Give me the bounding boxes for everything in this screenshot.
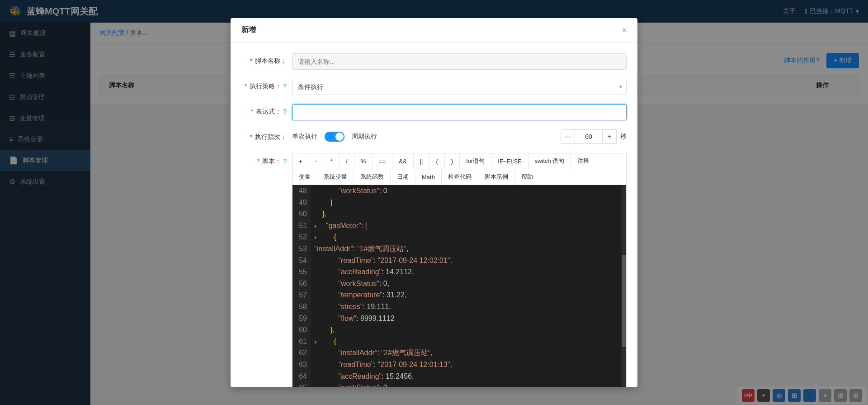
line-number: 64 xyxy=(292,371,311,382)
expr-label: * 表达式： ? xyxy=(241,104,287,116)
line-number: 63 xyxy=(292,359,311,371)
toolbar-ifelse-btn[interactable]: IF~ELSE xyxy=(491,153,528,169)
code-scrollbar[interactable] xyxy=(622,185,626,387)
line-content: ▾ { xyxy=(311,336,626,348)
script-help-icon[interactable]: ? xyxy=(283,157,287,165)
toolbar-eq-btn[interactable]: == xyxy=(373,153,392,169)
once-label: 单次执行 xyxy=(292,133,317,141)
line-number: 61 xyxy=(292,336,311,348)
line-number: 51 xyxy=(292,220,311,232)
line-number: 53 xyxy=(292,243,311,255)
freq-row: 单次执行 周期执行 — + 秒 xyxy=(292,129,627,144)
toolbar-plus-btn[interactable]: + xyxy=(292,153,309,169)
line-content: "accReading": 14.2112, xyxy=(311,266,626,278)
freq-decrement-button[interactable]: — xyxy=(561,129,575,144)
line-content: "readTime": "2017-09-24 12:02:01", xyxy=(311,255,626,267)
freq-toggle[interactable] xyxy=(325,132,344,142)
toolbar-lparen-btn[interactable]: ( xyxy=(429,153,444,169)
toolbar-math-btn[interactable]: Math xyxy=(415,169,442,185)
line-number: 54 xyxy=(292,255,311,267)
script-editor-wrapper: + - * / % == && || ( ) for语句 IF~ELSE xyxy=(292,153,627,387)
freq-increment-button[interactable]: + xyxy=(602,129,617,144)
line-content: "workStatus": 0, xyxy=(311,278,626,290)
toolbar-or-btn[interactable]: || xyxy=(414,153,430,169)
modal-close-button[interactable]: × xyxy=(622,26,627,34)
line-content: } xyxy=(311,197,626,209)
line-content: ▾ { xyxy=(311,231,626,243)
required-star: * xyxy=(250,133,252,140)
line-number: 62 xyxy=(292,347,311,359)
line-number: 57 xyxy=(292,289,311,301)
line-content: "temperature": 31.22, xyxy=(311,289,626,301)
strategy-help-icon[interactable]: ? xyxy=(283,82,287,90)
line-content: "stress": 19.111, xyxy=(311,301,626,313)
line-number: 59 xyxy=(292,313,311,324)
required-star: * xyxy=(245,82,247,90)
form-row-strategy: * 执行策略： ? 条件执行 单次执行 周期执行 ▾ xyxy=(241,79,627,95)
expression-input[interactable] xyxy=(292,104,627,120)
code-line: 48 "workStatus": 0 xyxy=(292,185,626,197)
scrollbar-thumb xyxy=(622,255,626,348)
line-content: "installAddr": "2#燃气调压站", xyxy=(311,347,626,359)
form-row-expr: * 表达式： ? xyxy=(241,104,627,120)
toolbar-multiply-btn[interactable]: * xyxy=(324,153,340,169)
line-content: "workStatus": 0 xyxy=(311,185,626,197)
toolbar-row-1: + - * / % == && || ( ) for语句 IF~ELSE xyxy=(292,153,626,169)
code-line: 61 ▾ { xyxy=(292,336,626,348)
code-line: 60 }, xyxy=(292,324,626,336)
toggle-knob xyxy=(335,133,344,141)
name-field-wrapper xyxy=(292,53,627,70)
toolbar-checkcode-btn[interactable]: 检查代码 xyxy=(442,169,478,185)
strategy-select[interactable]: 条件执行 单次执行 周期执行 xyxy=(292,79,627,95)
line-number: 49 xyxy=(292,197,311,209)
toolbar-variable-btn[interactable]: 变量 xyxy=(292,169,317,185)
required-star: * xyxy=(251,108,253,115)
freq-unit: 秒 xyxy=(620,133,627,141)
form-row-freq: * 执行频次： 单次执行 周期执行 — + 秒 xyxy=(241,129,627,144)
modal-body: * 脚本名称： * 执行策略： ? 条件执行 单次执行 xyxy=(231,43,637,387)
toolbar-rparen-btn[interactable]: ) xyxy=(445,153,460,169)
toolbar-divide-btn[interactable]: / xyxy=(340,153,354,169)
code-line: 57 "temperature": 31.22, xyxy=(292,289,626,301)
code-line: 62 "installAddr": "2#燃气调压站", xyxy=(292,347,626,359)
name-label: * 脚本名称： xyxy=(241,53,287,65)
expr-help-icon[interactable]: ? xyxy=(283,108,287,115)
line-content: "readTime": "2017-09-24 12:01:13", xyxy=(311,359,626,371)
modal: 新增 × * 脚本名称： * 执行策略： ? xyxy=(231,18,637,387)
line-number: 48 xyxy=(292,185,311,197)
toolbar-and-btn[interactable]: && xyxy=(392,153,413,169)
script-name-input[interactable] xyxy=(292,53,627,70)
toolbar-sysfunc-btn[interactable]: 系统函数 xyxy=(354,169,391,185)
freq-label: * 执行频次： xyxy=(241,129,287,141)
toolbar-modulo-btn[interactable]: % xyxy=(354,153,373,169)
line-content: }, xyxy=(311,324,626,336)
required-star: * xyxy=(250,57,252,64)
code-line: 53 "installAddr": "1#燃气调压站", xyxy=(292,243,626,255)
toolbar-for-btn[interactable]: for语句 xyxy=(460,153,491,169)
line-number: 50 xyxy=(292,208,311,220)
toolbar-row-2: 变量 系统变量 系统函数 日期 Math 检查代码 脚本示例 帮助 xyxy=(292,169,626,185)
code-line: 52 ▾ { xyxy=(292,231,626,243)
line-content: ▾ "gasMeter": [ xyxy=(311,220,626,232)
toolbar-comment-btn[interactable]: 注释 xyxy=(571,153,595,169)
freq-value-input[interactable] xyxy=(575,129,602,144)
periodic-label: 周期执行 xyxy=(352,133,377,141)
code-line: 56 "workStatus": 0, xyxy=(292,278,626,290)
strategy-label: * 执行策略： ? xyxy=(241,79,287,91)
toolbar-sysvar-btn[interactable]: 系统变量 xyxy=(317,169,354,185)
toolbar-date-btn[interactable]: 日期 xyxy=(391,169,415,185)
line-number: 65 xyxy=(292,382,311,387)
code-editor[interactable]: 48 "workStatus": 0 49 } 50 }, xyxy=(292,185,627,387)
toolbar-help-btn[interactable]: 帮助 xyxy=(515,169,539,185)
line-content: "flow": 8999.1112 xyxy=(311,313,626,324)
required-star: * xyxy=(257,157,259,165)
code-line: 63 "readTime": "2017-09-24 12:01:13", xyxy=(292,359,626,371)
code-line: 65 "workStatus": 0, xyxy=(292,382,626,387)
toolbar-scriptexample-btn[interactable]: 脚本示例 xyxy=(478,169,515,185)
freq-control: 单次执行 周期执行 — + 秒 xyxy=(292,129,627,144)
toolbar-minus-btn[interactable]: - xyxy=(309,153,324,169)
toolbar-switch-btn[interactable]: switch 语句 xyxy=(528,153,571,169)
code-line: 51 ▾ "gasMeter": [ xyxy=(292,220,626,232)
line-number: 60 xyxy=(292,324,311,336)
line-content: "accReading": 15.2456, xyxy=(311,371,626,382)
